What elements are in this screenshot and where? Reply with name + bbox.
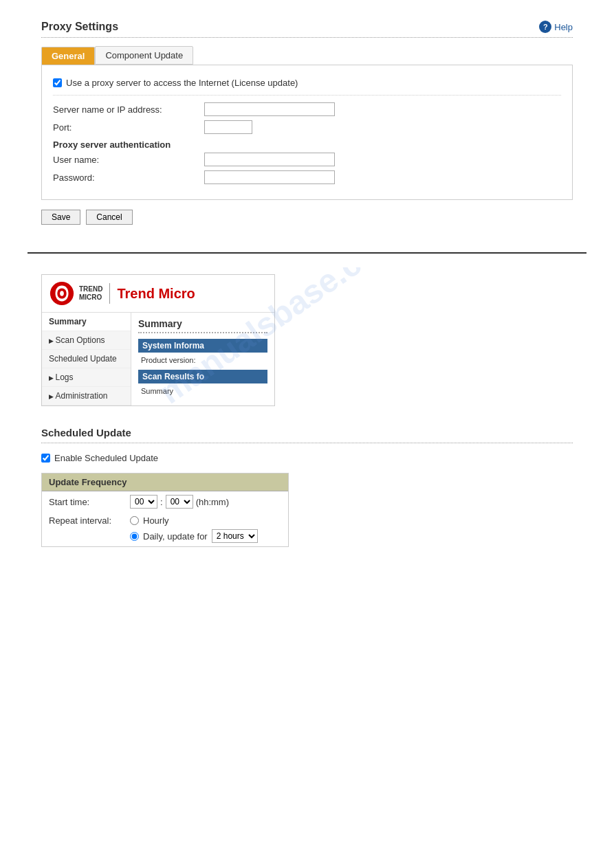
password-row: Password: [53,170,561,184]
start-time-label: Start time: [49,497,124,507]
sidebar-item-administration[interactable]: Administration [42,387,131,405]
daily-radio[interactable] [130,532,139,541]
tm-content-title: Summary [138,318,267,333]
hourly-label: Hourly [143,515,169,526]
tm-body: Summary Scan Options Scheduled Update Lo… [42,313,274,405]
sidebar-item-summary[interactable]: Summary [42,313,131,331]
password-label: Password: [53,173,204,183]
update-freq-header: Update Frequency [42,474,288,491]
section-divider [28,252,586,254]
sidebar-item-scheduled-update[interactable]: Scheduled Update [42,350,131,368]
proxy-checkbox-row: Use a proxy server to access the Interne… [53,74,561,96]
daily-label: Daily, update for [143,531,208,542]
proxy-checkbox-label: Use a proxy server to access the Interne… [66,78,298,88]
sidebar-item-scan-options[interactable]: Scan Options [42,331,131,350]
daily-duration-select[interactable]: 1 hour 2 hours 4 hours 6 hours 8 hours [212,529,258,543]
proxy-tabs: General Component Update [41,46,573,65]
update-frequency-table: Update Frequency Start time: 00010203 04… [41,473,289,547]
trend-micro-ui: TREND MICRO Trend Micro Summary Scan Opt… [41,274,275,406]
tm-header: TREND MICRO Trend Micro [42,275,274,313]
cancel-button[interactable]: Cancel [86,210,132,225]
tm-logo-text: TREND MICRO [79,285,102,302]
proxy-checkbox[interactable] [53,78,62,87]
tm-system-info-header: System Informa [138,339,267,353]
repeat-options: Hourly Daily, update for 1 hour 2 hours … [130,515,258,543]
time-hint: (hh:mm) [196,497,229,507]
port-input[interactable] [204,120,252,134]
port-row: Port: [53,120,561,134]
proxy-title: Proxy Settings [41,21,118,33]
server-name-label: Server name or IP address: [53,104,204,115]
tm-scan-results-header: Scan Results fo [138,370,267,383]
server-name-row: Server name or IP address: [53,102,561,116]
help-label: Help [554,22,573,32]
tm-brand-name: Trend Micro [117,286,195,302]
tm-summary-row: Summary [138,386,267,397]
proxy-form: Use a proxy server to access the Interne… [41,65,573,200]
password-input[interactable] [204,170,335,184]
port-label: Port: [53,122,204,133]
scheduled-update-section: Scheduled Update Enable Scheduled Update… [0,413,614,568]
help-icon: ? [539,21,551,33]
tm-product-version-row: Product version: [138,355,267,366]
server-name-input[interactable] [204,102,335,116]
trend-micro-logo-icon [49,280,75,307]
proxy-settings-section: Proxy Settings ? Help General Component … [0,0,614,238]
start-time-mm-select[interactable]: 00051015 20253035 40455055 [166,495,193,509]
username-label: User name: [53,155,204,165]
username-input[interactable] [204,153,335,166]
proxy-button-row: Save Cancel [41,210,573,225]
hourly-row: Hourly [130,515,258,526]
enable-scheduled-checkbox[interactable] [41,454,50,463]
help-link[interactable]: ? Help [539,21,573,33]
save-button[interactable]: Save [41,210,80,225]
enable-scheduled-label: Enable Scheduled Update [54,453,158,463]
trend-micro-ui-section: TREND MICRO Trend Micro Summary Scan Opt… [0,267,614,413]
tm-sidebar: Summary Scan Options Scheduled Update Lo… [42,313,131,405]
sidebar-item-logs[interactable]: Logs [42,368,131,387]
scheduled-update-title: Scheduled Update [41,427,573,443]
tm-content: Summary System Informa Product version: … [131,313,274,405]
start-time-hh-select[interactable]: 00010203 04050607 08091011 12131415 1617… [130,495,157,509]
daily-row: Daily, update for 1 hour 2 hours 4 hours… [130,529,258,543]
enable-scheduled-row: Enable Scheduled Update [41,453,573,463]
tm-logo: TREND MICRO [49,280,102,307]
start-time-row: Start time: 00010203 04050607 08091011 1… [42,491,288,512]
tm-header-divider [109,283,110,304]
repeat-interval-row: Repeat interval: Hourly Daily, update fo… [42,512,288,546]
start-time-inputs: 00010203 04050607 08091011 12131415 1617… [130,495,229,509]
username-row: User name: [53,153,561,166]
hourly-radio[interactable] [130,516,139,525]
proxy-header: Proxy Settings ? Help [41,21,573,38]
tab-general[interactable]: General [41,47,95,65]
auth-section-label: Proxy server authentication [53,140,561,150]
time-separator: : [160,497,163,507]
tab-component-update[interactable]: Component Update [95,46,193,65]
repeat-interval-label: Repeat interval: [49,515,124,526]
